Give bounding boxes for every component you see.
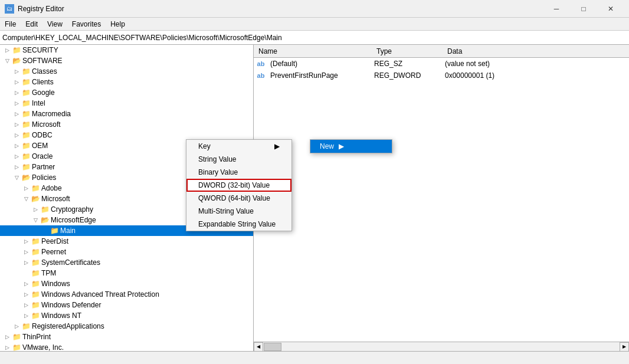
title-bar-controls: ─ □ ✕ — [543, 0, 624, 18]
context-menu: Key ▶ String Value Binary Value DWORD (3… — [186, 139, 292, 231]
ctx-item-qword[interactable]: QWORD (64-bit) Value — [186, 192, 291, 205]
title-bar-title: Registry Editor — [18, 5, 64, 13]
close-button[interactable]: ✕ — [597, 0, 624, 18]
submenu-new: New ▶ — [310, 139, 392, 153]
menu-view[interactable]: View — [42, 18, 67, 30]
ctx-label-multistring: Multi-String Value — [198, 207, 254, 215]
menu-file[interactable]: File — [0, 18, 21, 30]
ctx-label-expandable: Expandable String Value — [198, 220, 276, 228]
minimize-button[interactable]: ─ — [543, 0, 570, 18]
ctx-label-dword: DWORD (32-bit) Value — [198, 181, 270, 189]
ctx-label-string: String Value — [198, 155, 236, 163]
submenu-new-item[interactable]: New ▶ — [310, 140, 392, 153]
ctx-item-key[interactable]: Key ▶ — [186, 140, 291, 153]
ctx-label-qword: QWORD (64-bit) Value — [198, 194, 270, 202]
main-area: ▷ 📁 SECURITY ▽ 📂 SOFTWARE ▷ 📁 Classes ▷ … — [0, 45, 629, 351]
ctx-item-string[interactable]: String Value — [186, 153, 291, 166]
menu-edit[interactable]: Edit — [21, 18, 42, 30]
context-menu-overlay: Key ▶ String Value Binary Value DWORD (3… — [0, 45, 629, 351]
title-bar: 🗂 Registry Editor ─ □ ✕ — [0, 0, 629, 18]
submenu-new-label: New — [320, 142, 334, 150]
address-bar: Computer\HKEY_LOCAL_MACHINE\SOFTWARE\Pol… — [0, 31, 629, 45]
ctx-item-expandable[interactable]: Expandable String Value — [186, 218, 291, 231]
menu-favorites[interactable]: Favorites — [67, 18, 106, 30]
status-bar — [0, 351, 629, 364]
app-icon: 🗂 — [5, 4, 14, 14]
ctx-item-binary[interactable]: Binary Value — [186, 166, 291, 179]
ctx-label-binary: Binary Value — [198, 168, 238, 176]
ctx-item-dword[interactable]: DWORD (32-bit) Value — [186, 179, 291, 192]
maximize-button[interactable]: □ — [570, 0, 597, 18]
ctx-item-multistring[interactable]: Multi-String Value — [186, 205, 291, 218]
menu-help[interactable]: Help — [106, 18, 130, 30]
ctx-arrow-key: ▶ — [274, 142, 280, 150]
menu-bar: File Edit View Favorites Help — [0, 18, 629, 31]
submenu-new-arrow: ▶ — [339, 142, 344, 150]
title-bar-left: 🗂 Registry Editor — [5, 4, 64, 14]
ctx-label-key: Key — [198, 142, 211, 150]
address-bar-path: Computer\HKEY_LOCAL_MACHINE\SOFTWARE\Pol… — [2, 34, 282, 42]
